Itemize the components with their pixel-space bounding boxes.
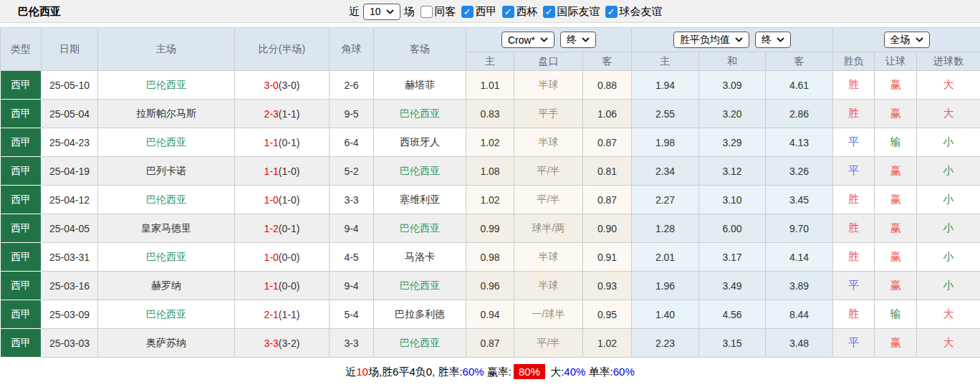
away-team-cell: 巴伦西亚 — [374, 100, 466, 128]
col-header-home: 主场 — [98, 28, 235, 71]
away-team-cell: 巴伦西亚 — [374, 157, 466, 186]
recent-count-select[interactable]: 10 — [363, 4, 400, 20]
match-rows: 西甲 25-05-10 巴伦西亚 3-0(3-0) 2-6 赫塔菲 1.01 半… — [1, 71, 980, 358]
handicap-group-header: Crow* 终 — [466, 28, 632, 52]
home-team-cell: 巴伦西亚 — [98, 128, 235, 157]
handicap-away-odds-cell: 0.93 — [583, 272, 632, 300]
odds-time-select[interactable]: 终 — [755, 32, 791, 48]
chevron-down-icon — [735, 37, 743, 42]
handicap-line-cell: 平/半 — [514, 186, 583, 214]
result-goals-cell: 小 — [917, 243, 980, 272]
summary-bar: 近10场,胜6平4负0, 胜率:60% 赢率:80% 大:40% 单率:60% — [0, 358, 980, 386]
filter-checkbox-group: ✓ 国际友谊 — [543, 5, 600, 19]
bookmaker-select[interactable]: Crow* — [501, 32, 554, 48]
odds-home-cell: 2.55 — [632, 100, 699, 128]
fulltime-score: 1-1 — [264, 166, 279, 177]
handicap-away-odds-cell: 0.95 — [583, 300, 632, 329]
away-team-cell: 巴伦西亚 — [374, 272, 466, 300]
result-handicap-cell: 赢 — [875, 71, 917, 100]
corners-cell: 5-4 — [330, 300, 374, 329]
home-team-cell: 拉斯帕尔马斯 — [98, 100, 235, 128]
odds-away-cell: 4.14 — [766, 243, 833, 272]
corners-cell: 9-4 — [330, 214, 374, 243]
odds-away-cell: 9.70 — [766, 214, 833, 243]
table-row: 西甲 25-03-09 巴伦西亚 2-1(1-1) 5-4 巴拉多利德 0.94… — [1, 300, 980, 329]
subcol-handicap-home: 主 — [466, 52, 514, 71]
filter-checkbox[interactable]: ✓ — [502, 6, 514, 18]
odds-type-select[interactable]: 胜平负均值 — [673, 32, 749, 48]
league-type-cell: 西甲 — [1, 71, 42, 100]
filter-checkbox[interactable]: ✓ — [605, 6, 618, 18]
handicap-home-odds-cell: 0.99 — [466, 214, 514, 243]
result-group-header: 全场 — [833, 28, 980, 52]
result-handicap-cell: 赢 — [875, 214, 917, 243]
corners-cell: 5-2 — [330, 157, 374, 186]
recent-label: 近 — [349, 5, 360, 19]
fulltime-score: 2-1 — [264, 309, 279, 320]
halftime-score: (1-1) — [279, 108, 300, 120]
result-handicap-cell: 输 — [875, 300, 917, 329]
filter-checkbox[interactable]: ✓ — [461, 6, 474, 18]
date-cell: 25-04-19 — [42, 157, 98, 186]
table-row: 西甲 25-05-04 拉斯帕尔马斯 2-3(1-1) 9-5 巴伦西亚 0.8… — [1, 100, 980, 128]
col-header-type: 类型 — [1, 28, 42, 71]
score-cell: 1-0(1-0) — [235, 186, 330, 214]
table-row: 西甲 25-05-10 巴伦西亚 3-0(3-0) 2-6 赫塔菲 1.01 半… — [1, 71, 980, 100]
summary-segment: 单率: — [585, 366, 612, 378]
result-wdl-cell: 胜 — [833, 300, 875, 329]
chevron-down-icon — [386, 9, 394, 14]
fulltime-score: 1-0 — [264, 252, 279, 263]
table-row: 西甲 25-04-23 巴伦西亚 1-1(0-1) 6-4 西班牙人 1.02 … — [1, 128, 980, 157]
home-team-cell: 巴伦西亚 — [98, 300, 235, 329]
odds-group-header: 胜平负均值 终 — [632, 28, 833, 52]
filter-checkbox[interactable] — [421, 6, 433, 18]
odds-home-cell: 1.94 — [632, 71, 699, 100]
corners-cell: 3-3 — [330, 186, 374, 214]
handicap-time-select[interactable]: 终 — [560, 32, 596, 48]
summary-segment: 40% — [564, 366, 585, 378]
fulltime-score: 1-1 — [264, 280, 279, 292]
home-team-cell: 巴伦西亚 — [98, 71, 235, 100]
away-team-cell: 马洛卡 — [374, 243, 466, 272]
corners-cell: 6-4 — [330, 128, 374, 157]
filter-checkbox-label: 西甲 — [476, 5, 497, 19]
chevron-down-icon — [582, 37, 590, 42]
date-cell: 25-03-09 — [42, 300, 98, 329]
col-header-date: 日期 — [42, 28, 98, 71]
date-cell: 25-03-16 — [42, 272, 98, 300]
away-team-cell: 巴伦西亚 — [374, 214, 466, 243]
result-handicap-cell: 赢 — [875, 243, 917, 272]
col-header-away: 客场 — [374, 28, 466, 71]
handicap-home-odds-cell: 1.02 — [466, 128, 514, 157]
league-type-cell: 西甲 — [1, 214, 42, 243]
chevron-down-icon — [777, 37, 784, 42]
halftime-score: (3-2) — [279, 338, 300, 349]
fulltime-score: 2-3 — [264, 108, 279, 120]
result-handicap-cell: 输 — [875, 128, 917, 157]
period-select[interactable]: 全场 — [884, 32, 930, 48]
handicap-time-value: 终 — [567, 34, 577, 47]
result-handicap-cell: 赢 — [875, 329, 917, 358]
result-wdl-cell: 胜 — [833, 186, 875, 214]
league-type-cell: 西甲 — [1, 186, 42, 214]
summary-segment: 10 — [356, 366, 368, 378]
subcol-result-wdl: 胜负 — [833, 52, 875, 71]
summary-segment: 60% — [613, 366, 635, 378]
handicap-home-odds-cell: 0.94 — [466, 300, 514, 329]
league-type-cell: 西甲 — [1, 157, 42, 186]
league-type-cell: 西甲 — [1, 329, 42, 358]
result-goals-cell: 小 — [917, 128, 980, 157]
halftime-score: (0-1) — [279, 223, 300, 234]
summary-segment: 大: — [547, 366, 564, 378]
date-cell: 25-05-04 — [42, 100, 98, 128]
subcol-handicap-line: 盘口 — [514, 52, 583, 71]
odds-draw-cell: 3.20 — [699, 100, 766, 128]
filter-checkbox[interactable]: ✓ — [543, 6, 555, 18]
handicap-home-odds-cell: 0.96 — [466, 272, 514, 300]
result-handicap-cell: 赢 — [875, 100, 917, 128]
odds-away-cell: 3.45 — [766, 186, 833, 214]
home-team-cell: 巴伦西亚 — [98, 243, 235, 272]
league-type-cell: 西甲 — [1, 272, 42, 300]
odds-away-cell: 3.89 — [766, 272, 833, 300]
result-handicap-cell: 赢 — [875, 272, 917, 300]
